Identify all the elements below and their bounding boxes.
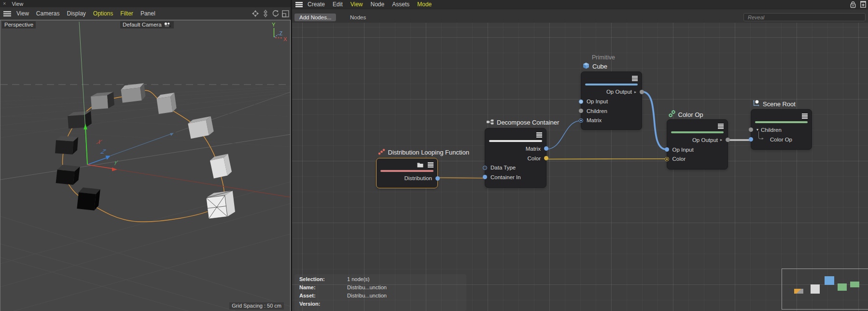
add-nodes-button[interactable]: Add Nodes...	[294, 14, 336, 21]
port-row-op-output: Op Output▸	[581, 87, 642, 97]
node-menu-icon[interactable]	[536, 131, 542, 140]
port-matrix[interactable]	[579, 118, 583, 123]
node-title-sceneroot: Scene Root	[753, 100, 796, 108]
info-name-label: Name:	[299, 284, 316, 290]
z-axis-label-3d: Z	[99, 148, 108, 155]
distribution-icon	[378, 149, 385, 156]
port-color[interactable]	[665, 157, 669, 161]
svg-text:X: X	[283, 36, 287, 42]
node-editor-menu-view[interactable]: View	[350, 1, 363, 8]
maximize-icon[interactable]	[282, 10, 289, 17]
node-editor-menu-node[interactable]: Node	[371, 1, 385, 8]
node-menu-icon[interactable]	[428, 161, 434, 170]
node-menu-icon[interactable]	[632, 74, 638, 83]
port-distribution[interactable]	[435, 176, 440, 181]
cube-6[interactable]	[55, 136, 78, 154]
y-axis-label-3d: Y	[112, 159, 120, 167]
port-op-output[interactable]	[640, 90, 644, 94]
decompose-icon	[487, 119, 494, 126]
projection-label[interactable]: Perspective	[2, 21, 36, 28]
viewport-menu-panel[interactable]: Panel	[140, 10, 155, 17]
minimap[interactable]	[782, 269, 868, 310]
node-graph-canvas[interactable]: Distribution Looping FunctionDistributio…	[292, 23, 868, 311]
viewport-menu-options[interactable]: Options	[93, 10, 113, 17]
port-op-input[interactable]	[665, 147, 669, 152]
minimap-node-4	[850, 282, 860, 287]
sceneroot-icon	[753, 100, 760, 108]
port-container-in[interactable]	[483, 175, 487, 179]
cube-3[interactable]	[156, 93, 176, 114]
floor-grid-line	[0, 129, 290, 147]
floor-grid-line	[12, 234, 290, 311]
output-arrow-icon: ▸	[634, 90, 636, 94]
viewport-menu-display[interactable]: Display	[67, 10, 85, 17]
port-matrix[interactable]	[544, 146, 548, 151]
cube-5[interactable]	[188, 116, 213, 139]
port-row-color: Color	[667, 154, 728, 164]
node-editor-menu-mode[interactable]: Mode	[417, 1, 432, 8]
port-op-input[interactable]	[579, 99, 583, 104]
floor-grid-line	[0, 216, 290, 307]
node-editor-menu-create[interactable]: Create	[308, 1, 325, 8]
lock-icon[interactable]	[850, 1, 856, 8]
viewport-3d-view[interactable]: XZYYZX Perspective Default Camera Grid S…	[0, 20, 291, 311]
node-menu-icon[interactable]	[718, 122, 724, 131]
port-op-output[interactable]	[726, 138, 730, 142]
port-color-op[interactable]	[749, 137, 753, 141]
x-axis-handle[interactable]	[87, 165, 112, 169]
dolly-icon[interactable]	[262, 10, 269, 17]
cube-8[interactable]	[56, 165, 80, 185]
x-axis-line	[117, 170, 290, 198]
node-color-stripe	[671, 131, 724, 133]
node-colorop[interactable]: Op Output▸Op InputColor	[667, 119, 728, 170]
node-editor-toolbar: Add Nodes... Nodes	[292, 9, 868, 23]
cube-10[interactable]	[206, 191, 235, 219]
folder-icon[interactable]	[417, 161, 423, 170]
floor-grid-line	[0, 92, 290, 126]
viewport-menu-filter[interactable]: Filter	[120, 10, 133, 17]
viewport-menu-view[interactable]: View	[16, 10, 29, 17]
port-label: Op Input	[672, 147, 694, 153]
cube-2[interactable]	[91, 92, 114, 109]
node-distribution[interactable]: Distribution	[376, 158, 438, 189]
port-row-op-input: Op Input	[667, 145, 728, 155]
node-color-stripe	[585, 84, 638, 85]
camera-label[interactable]: Default Camera	[120, 21, 174, 28]
port-row-color: Color	[485, 154, 546, 163]
port-children[interactable]	[749, 127, 753, 132]
cube-9[interactable]	[77, 187, 100, 211]
search-input[interactable]	[743, 13, 866, 21]
cube-7[interactable]	[210, 154, 232, 178]
node-title-label: Scene Root	[763, 100, 796, 108]
port-label: Op Output	[606, 89, 632, 95]
tab-nodes[interactable]: Nodes	[350, 14, 366, 20]
add-panel-icon[interactable]	[860, 1, 866, 8]
rotate-icon[interactable]	[272, 10, 280, 17]
node-editor-menu-edit[interactable]: Edit	[333, 1, 343, 8]
viewport-menu-cameras[interactable]: Cameras	[36, 10, 60, 17]
node-color-stripe	[380, 170, 434, 172]
close-icon[interactable]: ×	[3, 1, 6, 6]
port-children[interactable]	[579, 109, 583, 113]
y-axis-handle[interactable]	[85, 129, 87, 165]
node-cube[interactable]: Op Output▸Op InputChildrenMatrix	[581, 71, 642, 130]
x-axis-label-3d: X	[95, 139, 103, 145]
info-selection-value: 1 node(s)	[347, 276, 369, 282]
cube-4[interactable]	[68, 111, 92, 128]
port-color[interactable]	[544, 156, 548, 160]
node-sceneroot[interactable]: ▾ChildrenColor Op	[751, 109, 812, 150]
node-title-label: Color Op	[678, 111, 703, 118]
node-decompose[interactable]: MatrixColorData TypeContainer In	[485, 128, 546, 188]
floor-grid-line	[0, 116, 290, 130]
z-axis-arrowhead	[106, 156, 111, 159]
hamburger-icon[interactable]	[3, 11, 11, 16]
svg-text:Y: Y	[272, 22, 276, 28]
pan-icon[interactable]	[252, 10, 259, 17]
cube-1[interactable]	[121, 83, 146, 103]
node-color-stripe	[755, 121, 808, 123]
port-data-type[interactable]	[483, 166, 487, 170]
node-title-decompose: Decompose Container	[487, 119, 559, 126]
hamburger-icon[interactable]	[295, 2, 303, 7]
node-menu-icon[interactable]	[802, 112, 808, 121]
node-editor-menu-assets[interactable]: Assets	[392, 1, 409, 8]
